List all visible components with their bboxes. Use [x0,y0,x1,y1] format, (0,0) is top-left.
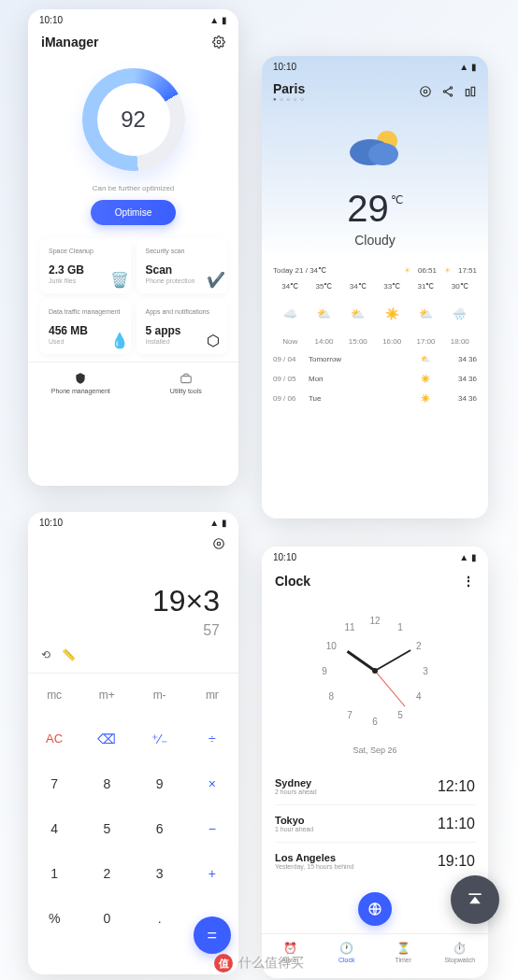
calc-key-2[interactable]: 2 [80,851,133,896]
hour-item: 31℃⛅17:00 [409,282,442,346]
imanager-card[interactable]: Space Cleanup2.3 GBJunk files🗑️ [39,238,131,293]
calc-key-1[interactable]: 1 [28,851,80,896]
hour-temp: 34℃ [341,282,375,291]
day-range: 34 36 [439,394,477,403]
day-icon: ☀️ [411,375,439,383]
world-clock-row[interactable]: Tokyo1 hour ahead11:10 [275,804,475,842]
tab-icon: ⏱️ [432,942,489,955]
weather-illustration [262,124,488,171]
hour-time: 14:00 [307,337,340,346]
status-icons: ▲ ▮ [459,62,477,72]
share-icon[interactable] [441,85,454,98]
clock-date: Sat, Sep 26 [353,746,396,755]
status-bar: 10:10 ▲ ▮ [262,547,488,568]
city-name[interactable]: Paris [273,81,305,96]
settings-icon[interactable] [212,36,225,49]
tab-label: Phone management [28,388,134,394]
calculator-screen: 10:10 ▲ ▮ 19×3 57 ⟲ 📏 mcm+m-mrAC⌫⁺∕₋÷789… [28,512,238,974]
hour-time: 15:00 [341,337,375,346]
clock-number: 10 [326,641,337,651]
watermark: 值 什么值得买 [214,954,304,973]
calc-key-⁺∕₋[interactable]: ⁺∕₋ [134,717,186,761]
tab-stopwatch[interactable]: ⏱️Stopwatch [432,934,489,971]
tab-clock[interactable]: 🕐Clock [319,934,376,971]
card-title: Space Cleanup [49,248,122,254]
calc-key-⌫[interactable]: ⌫ [80,717,133,761]
svg-rect-7 [466,90,469,96]
settings-icon[interactable] [212,537,225,550]
calc-key-%[interactable]: % [28,896,80,974]
day-range: 34 36 [439,355,477,363]
hour-time: 18:00 [443,337,477,346]
watermark-logo: 值 [214,954,233,973]
settings-icon[interactable] [419,85,432,98]
shield-icon [74,372,87,385]
day-date: 09 / 04 [273,355,309,363]
imanager-card[interactable]: Security scanScanPhone protection✔️ [137,238,228,293]
status-icons: ▲ ▮ [209,15,227,25]
scroll-top-button[interactable] [451,875,499,924]
tab-label: Utility tools [134,388,239,394]
equals-button[interactable]: = [194,916,231,954]
daily-forecast[interactable]: 09 / 04Tomorrow⛅34 3609 / 05Mon☀️34 3609… [262,346,488,418]
score-value: 92 [97,83,170,156]
card-title: Apps and notifications [146,308,219,315]
svg-rect-8 [471,87,475,95]
world-clock-row[interactable]: Sydney2 hours ahead12:10 [275,768,475,804]
hourly-forecast[interactable]: 34℃☁️Now35℃⛅14:0034℃⛅15:0033℃☀️16:0031℃⛅… [262,282,488,346]
tab-phone-management[interactable]: Phone management [28,362,134,404]
calc-key-AC[interactable]: AC [28,717,80,761]
calc-key-mr[interactable]: mr [186,674,238,717]
history-icon[interactable]: ⟲ [41,648,50,661]
calc-key-mc[interactable]: mc [28,674,80,717]
calc-key-0[interactable]: 0 [80,896,133,974]
tab-timer[interactable]: ⏳Timer [375,934,432,971]
svg-point-11 [368,143,398,165]
imanager-screen: 10:10 ▲ ▮ iManager 92 Can be further opt… [28,9,238,486]
svg-rect-1 [181,376,192,383]
clock-number: 8 [328,691,334,702]
hour-temp: 35℃ [307,282,340,291]
imanager-card[interactable]: Apps and notifications5 appsInstalled⬡ [137,299,228,354]
card-icon: 🗑️ [110,271,123,284]
card-icon: ⬡ [207,332,220,345]
clock-number: 2 [416,641,422,651]
calc-key-6[interactable]: 6 [134,806,186,851]
hour-item: 34℃⛅15:00 [341,282,375,346]
weather-screen: 10:10 ▲ ▮ Paris ● ○ ○ ○ ○ 29 ℃ Cloudy To… [262,56,488,518]
calc-key-9[interactable]: 9 [134,761,186,806]
clock-number: 11 [344,622,354,632]
imanager-card[interactable]: Data traffic management456 MBUsed💧 [39,299,131,354]
tab-utility-tools[interactable]: Utility tools [134,362,239,404]
calc-key-.[interactable]: . [134,896,186,974]
clock-number: 4 [416,691,422,702]
calc-key-m-[interactable]: m- [134,674,186,717]
world-clock-row[interactable]: Los AngelesYesterday, 15 hours behind19:… [275,842,475,879]
clock-number: 3 [423,666,428,676]
calc-key-3[interactable]: 3 [134,851,186,896]
tab-label: Clock [319,957,376,963]
ruler-icon[interactable]: 📏 [62,648,76,661]
calc-key-5[interactable]: 5 [80,806,133,851]
calc-key-×[interactable]: × [186,761,238,806]
watermark-text: 什么值得买 [238,955,304,972]
calc-key-7[interactable]: 7 [28,761,80,806]
calc-key-−[interactable]: − [186,806,238,851]
svg-point-5 [443,91,445,92]
hour-item: 30℃🌧️18:00 [443,282,477,346]
buildings-icon[interactable] [464,85,477,98]
calc-key-8[interactable]: 8 [80,761,133,806]
calc-key-÷[interactable]: ÷ [186,717,238,761]
add-city-button[interactable] [358,892,392,926]
calc-key-m+[interactable]: m+ [80,674,133,717]
more-icon[interactable]: ⋮ [462,574,475,589]
day-range: 34 36 [439,375,477,383]
clock-number: 7 [347,709,353,719]
svg-rect-20 [468,893,481,895]
day-name: Tue [309,394,411,403]
hour-icon: ☁️ [273,307,307,320]
globe-icon [367,902,382,916]
calc-key-+[interactable]: + [186,851,238,896]
optimise-button[interactable]: Optimise [91,200,176,225]
calc-key-4[interactable]: 4 [28,806,80,851]
